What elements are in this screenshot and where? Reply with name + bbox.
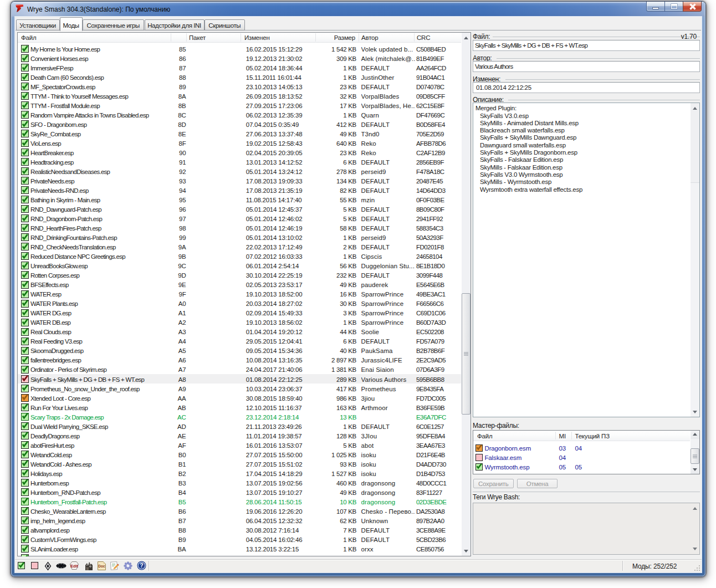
- svg-text:Doc: Doc: [98, 564, 105, 568]
- svg-text:Edit: Edit: [70, 564, 79, 569]
- svg-text:?: ?: [140, 562, 143, 569]
